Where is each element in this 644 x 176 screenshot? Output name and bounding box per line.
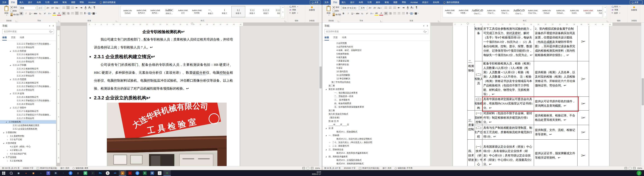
- nav-outline-item[interactable]: 2.2.1.5.1 检验资格证书: [0, 81, 56, 85]
- style-item-font101[interactable]: AaBbCcDdEfont101: [595, 6, 602, 17]
- table-criteria-cell[interactable]: 具有中国合格评定国家认可委员会出具的，有效期内CNAS实验室认可证书得1分。↩: [482, 97, 534, 110]
- marker-app-icon[interactable]: /: [89, 170, 96, 176]
- paste-button[interactable]: 粘贴 ▾: [324, 6, 333, 18]
- distribute-button[interactable]: [79, 12, 83, 15]
- read-mode-icon[interactable]: [624, 167, 627, 169]
- photoshop-icon[interactable]: Ps: [96, 170, 104, 176]
- bullets-button[interactable]: [384, 6, 388, 9]
- ribbon-tab-Acrobat[interactable]: Acrobat: [86, 0, 98, 5]
- justify-button[interactable]: [397, 12, 401, 15]
- zoom-level[interactable]: 150%: [315, 167, 320, 169]
- nav-outline-item[interactable]: 11.合同的解除: [322, 74, 430, 77]
- nav-search-input[interactable]: 在文档中搜索 ▾: [324, 29, 428, 34]
- nav-outline-item[interactable]: 2.2.1.3.3 劳动合同: [0, 60, 56, 64]
- ribbon-tab-帮助[interactable]: 帮助: [400, 0, 408, 5]
- bold-button[interactable]: B: [342, 12, 346, 15]
- media-app-icon[interactable]: ●: [22, 170, 30, 176]
- print-layout-icon[interactable]: [307, 167, 309, 169]
- nav-outline-item[interactable]: 第六章 投标文件格式: [322, 112, 430, 116]
- table-requirement-cell[interactable]: 不完整的不得分。↓ 2、室内模拟试验设备属于自制设备的不需提供设备购买合同及发票…: [534, 26, 578, 61]
- nav-outline-item[interactable]: ◢2.2.1.6 赵旭: [0, 92, 56, 95]
- horizontal-ruler[interactable]: 2468101214161820222426283032343638404244…: [60, 22, 319, 26]
- doc-paragraph[interactable]: 我公司建立专门的质检部门，配备专职检验人员；质量检验人员经过相关培训合格，并经培…: [94, 36, 233, 51]
- vertical-ruler[interactable]: 234567891011: [56, 26, 60, 166]
- right-document-area[interactable]: 二、检测验收（一）检测设备1、具有室内模拟试验设备：（1）具备井下工具综合参数检…: [431, 26, 641, 166]
- style-item-标题 3[interactable]: 1.1标题 3: [231, 6, 245, 17]
- font-size-combo[interactable]: 小三▾: [38, 6, 45, 10]
- find-button[interactable]: 查找▾: [612, 6, 627, 8]
- superscript-button[interactable]: x²: [365, 12, 369, 15]
- clipboard-dialog-launcher[interactable]: [16, 20, 18, 22]
- collapse-arrow-icon[interactable]: ◢: [326, 148, 326, 151]
- nav-outline-item[interactable]: 5.检验和验收: [322, 52, 430, 56]
- nav-outline-item[interactable]: ____年____月____日: [322, 123, 430, 126]
- nav-close-icon[interactable]: ✕: [427, 25, 428, 27]
- doc-heading-231[interactable]: 2.3.1 企业质检机构建立情况↩: [94, 54, 233, 60]
- nav-outline-item[interactable]: ◢一、投标函: [322, 134, 430, 137]
- ribbon-tab-表布局[interactable]: 表布局: [431, 0, 442, 5]
- asian-layout-button[interactable]: A͓: [84, 6, 88, 9]
- collapse-arrow-icon[interactable]: ◢: [6, 120, 7, 124]
- left-document-page[interactable]: 企业专职检验检测机构↩ 我公司建立专门的质检部门，配备专职检验人员；质量检验人员…: [87, 26, 240, 166]
- language-indicator[interactable]: 简体中文(中国大陆): [40, 167, 57, 170]
- language-indicator[interactable]: 简体中文(中国大陆): [362, 167, 379, 170]
- underline-button[interactable]: U▾: [29, 12, 33, 15]
- wps-float-icon[interactable]: ∫: [636, 170, 642, 176]
- nav-outline-item[interactable]: 第三卷: [322, 109, 430, 112]
- calculator-icon[interactable]: ▦: [15, 170, 22, 176]
- left-doc-scrollbar[interactable]: [319, 22, 322, 166]
- nav-outline-item[interactable]: 2.2.1.7.3 劳动合同: [0, 116, 56, 120]
- style-item-标题 5[interactable]: 1.1.1.1标题 5: [259, 6, 273, 17]
- nav-outline-item[interactable]: ◢5 产品性能: [0, 156, 56, 159]
- table-criteria-cell[interactable]: 具有国家级认定企业技术（研发）中心得2分；具有省级认定企业技术（研发）中心得1分…: [482, 140, 534, 166]
- decrease-indent-button[interactable]: ⇤: [75, 6, 79, 9]
- nav-outline-item[interactable]: ◢目 录: [322, 126, 430, 130]
- collapse-arrow-icon[interactable]: ◢: [326, 126, 326, 130]
- style-item-标题 4[interactable]: 1.1.1标题 4: [245, 6, 259, 17]
- nav-outline-item[interactable]: 2.2.1.5.2 开标前近六个月社保缴纳...: [0, 85, 56, 88]
- style-item-表内正...[interactable]: AaBbCcDdE表内正...: [148, 6, 162, 17]
- share-button[interactable]: 共享: [310, 0, 320, 4]
- web-layout-icon[interactable]: [311, 167, 314, 169]
- nav-search-input[interactable]: 在文档中搜索 ▾: [2, 29, 54, 34]
- ribbon-tab-布局[interactable]: 布局: [356, 0, 365, 5]
- style-item-Char C...[interactable]: AaBbCcDcChar C...: [484, 6, 498, 17]
- nav-outline-item[interactable]: 格式VI-4．商务和技术偏差表格式: [322, 151, 430, 155]
- borders-button[interactable]: ▦▾: [415, 12, 418, 15]
- ribbon-tab-Acrobat[interactable]: Acrobat: [408, 0, 420, 5]
- tell-me-search[interactable]: 操作说明搜索: [441, 0, 461, 5]
- style-item-font10[interactable]: AaBbCcDdEfont10: [581, 6, 595, 17]
- nav-outline-item[interactable]: ▷3.1 原材料控制: [0, 134, 56, 138]
- collapse-arrow-icon[interactable]: ◢: [3, 156, 4, 159]
- expand-arrow-icon[interactable]: ▷: [7, 148, 8, 152]
- utility-app-icon[interactable]: ▯: [74, 170, 82, 176]
- text-effects-button[interactable]: A▾: [48, 12, 52, 15]
- subscript-button[interactable]: x₂: [38, 12, 42, 15]
- table-requirement-cell[interactable]: 提供检验标准、检验记录、不合格品处置等相关资料。↩: [534, 110, 578, 125]
- ribbon-tab-引用[interactable]: 引用: [365, 0, 374, 5]
- shrink-font-button[interactable]: A˅: [373, 6, 377, 10]
- excel-icon[interactable]: X: [141, 170, 148, 176]
- style-item-Default...[interactable]: AaBbCcDcDefault...: [554, 6, 568, 17]
- left-document-area[interactable]: 企业专职检验检测机构↩ 我公司建立专门的质检部门，配备专职检验人员；质量检验人员…: [60, 26, 319, 166]
- collapse-arrow-icon[interactable]: ◢: [10, 78, 11, 81]
- style-item-Char C...[interactable]: AaBbCcDChar C...: [470, 6, 484, 17]
- ribbon-tab-帮助[interactable]: 帮助: [78, 0, 86, 5]
- find-button[interactable]: 查找▾: [290, 6, 305, 8]
- change-case-button[interactable]: Aa▾: [55, 6, 60, 10]
- nav-outline-item[interactable]: ◢第五章 供货要求: [322, 88, 430, 91]
- word-count[interactable]: 0/9698 个字: [23, 167, 33, 170]
- wechat-icon[interactable]: W: [82, 170, 89, 176]
- align-left-button[interactable]: [384, 12, 388, 15]
- style-item-标题 6[interactable]: 1.1.1.1.1标题 6: [273, 6, 280, 17]
- nav-outline-item[interactable]: 7.质量保证期: [322, 59, 430, 63]
- align-center-button[interactable]: [388, 12, 392, 15]
- table-criteria-cell[interactable]: 1、具有室内模拟试验设备：（1）具备井下工具综合参数检测与试验的能力，可完成工作…: [482, 26, 534, 61]
- font-size-combo[interactable]: 五号▾: [360, 6, 368, 10]
- collapse-arrow-icon[interactable]: ◢: [10, 49, 11, 53]
- style-item-Char Cha...[interactable]: AaBbCcDdEChar Cha...: [526, 6, 540, 17]
- bullets-button[interactable]: [62, 6, 66, 9]
- ribbon-tab-设计[interactable]: 设计: [26, 0, 34, 5]
- v6-app-icon[interactable]: 6: [67, 170, 74, 176]
- style-item-投标文...[interactable]: AaBbC投标文...: [162, 6, 176, 17]
